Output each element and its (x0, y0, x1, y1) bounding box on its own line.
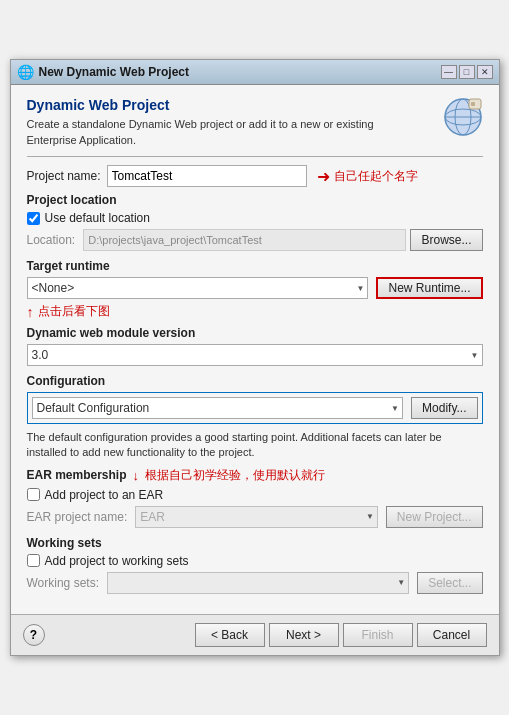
ear-membership-label: EAR membership (27, 468, 127, 482)
ear-membership-header: EAR membership ↓ 根据自己初学经验，使用默认就行 (27, 467, 483, 484)
target-runtime-select[interactable]: <None> (27, 277, 369, 299)
location-label: Location: (27, 233, 76, 247)
web-module-select[interactable]: 3.0 (27, 344, 483, 366)
configuration-box: Default Configuration Modify... (27, 392, 483, 424)
ear-arrow-icon: ↓ (133, 468, 140, 483)
project-name-annotation-text: 自己任起个名字 (334, 168, 418, 185)
back-button[interactable]: < Back (195, 623, 265, 647)
project-name-input[interactable] (107, 165, 307, 187)
add-to-working-sets-text: Add project to working sets (45, 554, 189, 568)
footer-left: ? (23, 624, 45, 646)
use-default-location-checkbox[interactable] (27, 212, 40, 225)
cancel-button[interactable]: Cancel (417, 623, 487, 647)
modify-button[interactable]: Modify... (411, 397, 477, 419)
working-sets-section-label: Working sets (27, 536, 483, 550)
add-to-working-sets-row: Add project to working sets (27, 554, 483, 568)
add-to-ear-row: Add project to an EAR (27, 488, 483, 502)
content-area: Dynamic Web Project Create a standalone … (11, 85, 499, 614)
close-button[interactable]: ✕ (477, 65, 493, 79)
minimize-button[interactable]: — (441, 65, 457, 79)
new-project-button: New Project... (386, 506, 483, 528)
next-button[interactable]: Next > (269, 623, 339, 647)
arrow-right-icon: ➜ (317, 167, 330, 186)
configuration-label: Configuration (27, 374, 483, 388)
project-location-label: Project location (27, 193, 483, 207)
title-bar-buttons: — □ ✕ (441, 65, 493, 79)
page-header: Dynamic Web Project Create a standalone … (27, 97, 483, 148)
web-module-label: Dynamic web module version (27, 326, 483, 340)
add-to-ear-checkbox[interactable] (27, 488, 40, 501)
window-icon: 🌐 (17, 64, 34, 80)
page-header-text: Dynamic Web Project Create a standalone … (27, 97, 397, 148)
project-name-label: Project name: (27, 169, 101, 183)
target-runtime-row: <None> New Runtime... (27, 277, 483, 299)
browse-button[interactable]: Browse... (410, 229, 482, 251)
title-bar: 🌐 New Dynamic Web Project — □ ✕ (11, 60, 499, 85)
ear-project-row: EAR project name: EAR New Project... (27, 506, 483, 528)
location-row: Location: Browse... (27, 229, 483, 251)
new-runtime-button[interactable]: New Runtime... (376, 277, 482, 299)
project-name-row: Project name: ➜ 自己任起个名字 (27, 165, 483, 187)
working-sets-wrapper (107, 572, 409, 594)
target-runtime-label: Target runtime (27, 259, 483, 273)
configuration-select[interactable]: Default Configuration (32, 397, 404, 419)
window-title: New Dynamic Web Project (39, 65, 190, 79)
footer-right: < Back Next > Finish Cancel (195, 623, 487, 647)
header-divider (27, 156, 483, 157)
runtime-arrow-icon: ↑ (27, 304, 34, 320)
ear-project-select: EAR (135, 506, 378, 528)
runtime-annotation-row: ↑ 点击后看下图 (27, 303, 483, 320)
footer: ? < Back Next > Finish Cancel (11, 614, 499, 655)
add-to-working-sets-checkbox[interactable] (27, 554, 40, 567)
web-module-row: 3.0 (27, 344, 483, 366)
working-sets-select (107, 572, 409, 594)
configuration-row: Default Configuration Modify... (32, 397, 478, 419)
working-sets-label: Working sets: (27, 576, 99, 590)
finish-button[interactable]: Finish (343, 623, 413, 647)
target-runtime-wrapper: <None> (27, 277, 369, 299)
ear-annotation-text: 根据自己初学经验，使用默认就行 (145, 467, 325, 484)
use-default-location-text: Use default location (45, 211, 150, 225)
page-description: Create a standalone Dynamic Web project … (27, 117, 397, 148)
maximize-button[interactable]: □ (459, 65, 475, 79)
location-input (83, 229, 406, 251)
add-to-ear-text: Add project to an EAR (45, 488, 164, 502)
use-default-location-row: Use default location (27, 211, 483, 225)
runtime-annotation-text: 点击后看下图 (38, 303, 110, 320)
help-button[interactable]: ? (23, 624, 45, 646)
web-module-wrapper: 3.0 (27, 344, 483, 366)
project-name-annotation: ➜ 自己任起个名字 (317, 167, 418, 186)
title-bar-left: 🌐 New Dynamic Web Project (17, 64, 190, 80)
select-working-sets-button: Select... (417, 572, 482, 594)
working-sets-select-row: Working sets: Select... (27, 572, 483, 594)
configuration-description: The default configuration provides a goo… (27, 430, 483, 461)
svg-rect-5 (471, 102, 475, 106)
project-icon (443, 97, 483, 137)
ear-project-wrapper: EAR (135, 506, 378, 528)
ear-project-label: EAR project name: (27, 510, 128, 524)
configuration-wrapper: Default Configuration (32, 397, 404, 419)
main-window: 🌐 New Dynamic Web Project — □ ✕ Dynamic … (10, 59, 500, 656)
page-title: Dynamic Web Project (27, 97, 397, 113)
